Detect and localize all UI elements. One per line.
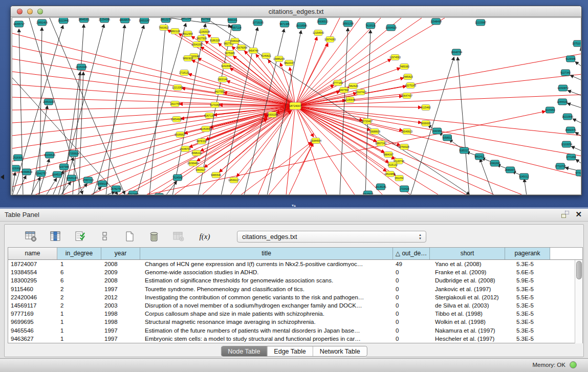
graph-node[interactable]: 19218586 [296,23,307,29]
graph-node[interactable]: 12103054 [561,141,572,147]
tab-edge-table[interactable]: Edge Table [267,346,312,356]
column-header-title[interactable]: title [140,248,393,259]
network-table-select[interactable]: citations_edges.txt ▲▼ [237,231,426,243]
graph-node[interactable]: 9497568 [339,87,349,93]
graph-node[interactable]: 9267130 [204,113,214,119]
graph-node[interactable]: 13275165 [405,83,416,89]
graph-node[interactable]: 9146821 [261,53,271,59]
graph-node[interactable]: 2485823 [403,74,413,80]
scrollbar-thumb[interactable] [576,261,582,279]
graph-node[interactable]: 11568829 [21,169,32,175]
table-row[interactable]: 2242004622012Investigating the contribut… [8,293,582,301]
graph-node[interactable]: 8454749 [248,48,258,54]
graph-node[interactable]: 9884067 [383,152,394,158]
graph-node[interactable]: 10554929 [385,25,397,31]
graph-node[interactable]: 1527602 [201,18,211,22]
table-row[interactable]: 946362711997Embryonic stem cells: a mode… [8,335,582,343]
graph-node[interactable]: 1640954 [432,128,442,134]
graph-node[interactable]: 12260538 [199,29,210,35]
graph-node[interactable]: 17710705 [555,163,566,169]
graph-node[interactable]: 9756928 [399,144,409,150]
function-builder-icon[interactable]: f(x) [196,229,213,244]
select-attributes-icon[interactable] [73,229,88,244]
graph-node[interactable]: 20553109 [43,99,54,105]
graph-node[interactable]: 12154540 [313,30,324,36]
graph-node[interactable]: 12505135 [66,175,77,181]
graph-node[interactable]: 15720407 [361,119,373,124]
graph-node[interactable]: 9671385 [279,21,290,27]
graph-node[interactable]: 10647437 [401,93,412,99]
graph-node[interactable]: 26676068 [236,45,247,51]
collapse-panel-arrow-icon[interactable] [1,174,4,180]
graph-node[interactable]: 8878332 [197,139,207,144]
graph-node[interactable]: 9860128 [170,29,180,34]
table-mode-icon[interactable] [24,229,38,244]
table-row[interactable]: 1830029562008Estimation of significance … [8,276,582,285]
graph-node[interactable]: 21254396 [99,18,110,23]
graph-node[interactable]: 13942757 [35,170,47,177]
graph-node[interactable]: 9777169 [333,80,343,86]
graph-node[interactable]: 10719195 [252,19,264,26]
graph-node[interactable]: 18945301 [78,18,90,23]
graph-node[interactable]: 7615526 [365,23,376,29]
close-panel-icon[interactable]: ✕ [575,211,582,218]
graph-node[interactable]: 3915061 [12,165,20,171]
graph-node[interactable]: 19384554 [310,138,321,144]
graph-node[interactable]: 1733426 [399,186,409,192]
graph-node[interactable]: 8912954 [183,31,193,37]
graph-node[interactable]: 9463627 [195,167,206,173]
table-row[interactable]: 946554611997Estimation of the future num… [8,326,582,335]
graph-node[interactable]: 10543392 [191,42,203,48]
graph-node[interactable]: 16501258 [342,20,354,27]
graph-node[interactable]: 9675685 [225,51,235,56]
graph-node[interactable]: 9699695 [421,121,431,126]
graph-node[interactable]: 4170064 [210,102,220,108]
vertical-scrollbar[interactable] [575,260,582,343]
graph-node[interactable]: 7663822 [159,25,169,31]
window-titlebar[interactable]: citations_edges.txt [11,6,581,17]
graph-node[interactable]: 18724007 [289,102,301,110]
graph-node[interactable]: 8427552 [214,89,225,95]
graph-node[interactable]: 18984420 [154,193,165,195]
column-header-short[interactable]: short [430,248,505,259]
column-header-pagerank[interactable]: pagerank [505,248,550,259]
graph-node[interactable]: 12923445 [127,191,139,195]
float-panel-icon[interactable] [561,211,569,218]
graph-node[interactable]: 2718120 [179,70,189,76]
graph-node[interactable]: 9242848 [221,63,231,69]
column-header-in_degree[interactable]: in_degree [57,248,101,259]
graph-node[interactable]: 15885209 [273,56,285,62]
column-header-out_de[interactable]: △ out_de… [393,248,430,259]
graph-node[interactable]: 9862412 [474,154,485,160]
graph-node[interactable]: 9822037 [284,60,294,66]
graph-node[interactable]: 17359924 [68,150,79,157]
table-row[interactable]: 969969511998Structural magnetic resonanc… [8,318,582,326]
graph-node[interactable]: 10107427 [355,90,366,95]
graph-node[interactable]: 9245012 [519,173,529,180]
table-row[interactable]: 1456911722003Disruption of a novel membe… [8,301,582,310]
graph-node[interactable]: 16648784 [451,49,462,55]
delete-table-icon[interactable] [147,229,161,244]
graph-node[interactable]: 19166827 [175,132,186,138]
graph-node[interactable]: 20153346 [76,64,87,70]
graph-node[interactable]: 7485083 [399,64,409,70]
graph-node[interactable]: 9185327 [459,147,469,154]
graph-node[interactable]: 12215987 [475,19,486,26]
graph-node[interactable]: 16960671 [505,167,516,173]
graph-node[interactable]: 12444191 [557,99,568,105]
graph-node[interactable]: 12093872 [557,85,569,91]
graph-node[interactable]: 9770292 [575,170,581,176]
graph-node[interactable]: 15136141 [375,184,386,190]
graph-node[interactable]: 10958107 [97,181,108,187]
graph-node[interactable]: 11645194 [52,171,63,178]
graph-node[interactable]: 1810755 [170,101,180,107]
graph-node[interactable]: 20206526 [44,152,55,158]
graph-node[interactable]: 2803144 [217,77,228,82]
table-row[interactable]: 1938455462009Genome-wide association stu… [8,268,582,276]
column-header-year[interactable]: year [101,248,140,259]
graph-node[interactable]: 14055717 [13,21,25,27]
table-row[interactable]: 911546021997Tourette syndrome. Phenomeno… [8,285,582,293]
graph-node[interactable]: 9827509 [197,36,207,41]
graph-node[interactable]: 1546028 [230,38,240,44]
graph-node[interactable]: 10688609 [369,129,380,135]
